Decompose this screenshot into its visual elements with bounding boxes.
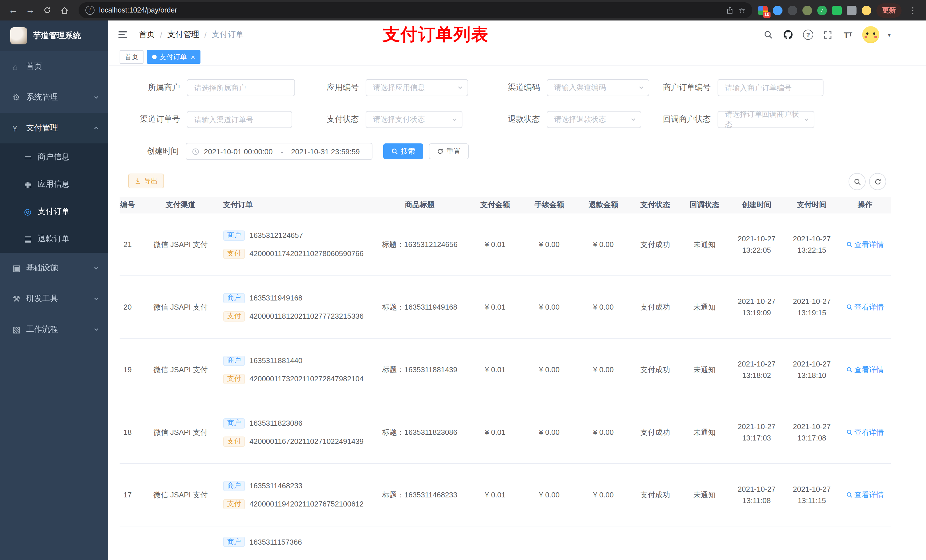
sidebar-item-dev-tools[interactable]: ⚒ 研发工具 (0, 284, 108, 314)
extension-icon-drop[interactable] (773, 5, 782, 15)
cell-create-time: 2021-10-27 13:22:05 (729, 213, 784, 275)
breadcrumb-payment[interactable]: 支付管理 (168, 30, 199, 40)
sidebar-item-workflow[interactable]: ▧ 工作流程 (0, 314, 108, 345)
search-icon[interactable] (763, 29, 774, 41)
browser-profile-avatar[interactable] (862, 5, 872, 15)
refund-status-select[interactable]: 请选择退款状态 (547, 111, 641, 128)
tab-pay-order[interactable]: 支付订单 × (147, 50, 200, 64)
app-logo[interactable]: 芋道管理系统 (0, 21, 108, 51)
sidebar-item-pay-order[interactable]: ◎ 支付订单 (0, 198, 108, 225)
view-detail-link[interactable]: 查看详情 (846, 365, 884, 375)
sidebar-item-infra[interactable]: ▣ 基础设施 (0, 253, 108, 284)
date-start: 2021-10-01 00:00:00 (204, 147, 272, 155)
close-icon[interactable]: × (191, 53, 195, 60)
url-text[interactable]: localhost:1024/pay/order (99, 6, 722, 14)
cell-status: 支付成功 (631, 464, 680, 526)
refresh-button[interactable] (869, 173, 886, 190)
tab-home[interactable]: 首页 (120, 50, 144, 64)
site-info-icon[interactable]: i (85, 6, 95, 15)
cell-create-time: 2021-10-27 13:11:08 (729, 464, 784, 526)
cell-channel: 微信 JSAPI 支付 (144, 401, 218, 463)
fullscreen-icon[interactable] (822, 29, 834, 41)
cell-amount: ¥ 0.01 (468, 213, 522, 275)
pay-status-select[interactable]: 请选择支付状态 (366, 111, 462, 128)
breadcrumb-home[interactable]: 首页 (139, 30, 155, 40)
cell-create-time: 2021-10-27 13:17:03 (729, 401, 784, 463)
browser-chrome: ← → i localhost:1024/pay/order ☆ 10 ✓ (0, 0, 926, 21)
cell-create-time: 2021-10-27 13:18:02 (729, 339, 784, 401)
browser-back-button[interactable]: ← (5, 2, 22, 19)
view-detail-link[interactable]: 查看详情 (846, 239, 884, 249)
sidebar-item-home[interactable]: ⌂ 首页 (0, 51, 108, 82)
browser-menu-icon[interactable]: ⋮ (906, 6, 919, 15)
browser-update-button[interactable]: 更新 (876, 3, 902, 17)
extensions-area: 10 ✓ 更新 ⋮ (758, 3, 921, 17)
sidebar-item-app-info[interactable]: ▦ 应用信息 (0, 171, 108, 198)
sidebar-item-system[interactable]: ⚙ 系统管理 (0, 82, 108, 113)
cell-action: 查看详情 (840, 276, 891, 338)
github-icon[interactable] (782, 29, 794, 41)
merchant-input[interactable] (187, 79, 295, 96)
search-button[interactable]: 搜索 (383, 143, 423, 159)
merchant-tag: 商户 (223, 537, 245, 547)
filter-pay-status: 支付状态 请选择支付状态 (296, 111, 462, 128)
channel-order-no-input[interactable] (187, 111, 292, 128)
table-row: 19 微信 JSAPI 支付 商户 1635311881440 支付 42000… (120, 339, 891, 401)
extension-icon-chat[interactable] (832, 5, 842, 15)
filter-channel-code: 渠道编码 请输入渠道编码 (478, 79, 649, 96)
cell-fee: ¥ 0.00 (522, 339, 576, 401)
browser-forward-button[interactable]: → (22, 2, 39, 19)
browser-home-button[interactable] (56, 2, 73, 19)
channel-code-select[interactable]: 请输入渠道编码 (547, 79, 649, 96)
extension-icon-olive[interactable] (802, 5, 812, 15)
card-icon: ▭ (24, 152, 38, 162)
hamburger-icon[interactable] (108, 21, 135, 49)
merchant-tag: 商户 (223, 355, 245, 366)
cell-action: 查看详情 (840, 213, 891, 275)
extension-icon-dark[interactable] (788, 5, 797, 15)
payment-submenu: ▭ 商户信息 ▦ 应用信息 ◎ 支付订单 ▤ 退款订单 (0, 143, 108, 253)
extension-icon-colorful[interactable]: 10 (758, 5, 768, 15)
date-range-picker[interactable]: 2021-10-01 00:00:00 - 2021-10-31 23:59:5… (186, 143, 372, 160)
cell-notify: 未通知 (680, 464, 729, 526)
caret-down-icon[interactable]: ▾ (888, 32, 891, 38)
export-button[interactable]: 导出 (128, 174, 164, 189)
bookmark-star-icon[interactable]: ☆ (738, 6, 746, 15)
cell-title (371, 527, 468, 560)
channel-pay-no: 4200001173202110272847982104 (250, 374, 364, 383)
cell-pay-order: 商户 1635311949168 支付 42000011812021102777… (218, 276, 371, 338)
help-icon[interactable]: ? (802, 29, 814, 41)
cell-title: 标题：1635311881439 (371, 339, 468, 401)
filter-app-no: 应用编号 请选择应用信息 (296, 79, 468, 96)
cell-id (120, 527, 144, 560)
cell-pay-order: 商户 1635311823086 支付 42000011672021102710… (218, 401, 371, 463)
browser-reload-button[interactable] (39, 2, 56, 19)
clock-icon (192, 148, 199, 155)
view-detail-link[interactable]: 查看详情 (846, 427, 884, 437)
view-detail-link[interactable]: 查看详情 (846, 490, 884, 500)
notify-status-select[interactable]: 请选择订单回调商户状态 (717, 111, 814, 128)
merchant-order-no: 1635311949168 (250, 294, 303, 302)
cell-create-time (729, 527, 784, 560)
extensions-puzzle-icon[interactable] (847, 5, 856, 15)
chevron-down-icon (94, 296, 99, 302)
extension-icon-check[interactable]: ✓ (817, 5, 827, 15)
app-no-select[interactable]: 请选择应用信息 (366, 79, 468, 96)
cell-notify: 未通知 (680, 401, 729, 463)
sidebar-item-refund-order[interactable]: ▤ 退款订单 (0, 225, 108, 253)
user-avatar[interactable] (862, 26, 879, 43)
sidebar-item-merchant-info[interactable]: ▭ 商户信息 (0, 143, 108, 171)
merchant-order-no-input[interactable] (717, 79, 823, 96)
table-row: 18 微信 JSAPI 支付 商户 1635311823086 支付 42000… (120, 401, 891, 464)
share-icon[interactable] (726, 6, 734, 14)
cell-channel: 微信 JSAPI 支付 (144, 339, 218, 401)
font-size-icon[interactable]: TT (842, 29, 854, 41)
view-detail-link[interactable]: 查看详情 (846, 302, 884, 312)
cell-status: 支付成功 (631, 276, 680, 338)
sidebar-item-payment[interactable]: ¥ 支付管理 (0, 113, 108, 143)
cell-refund: ¥ 0.00 (576, 401, 631, 463)
toggle-search-button[interactable] (849, 173, 865, 190)
address-bar[interactable]: i localhost:1024/pay/order ☆ (79, 2, 752, 18)
navbar-actions: ? TT ▾ (763, 26, 926, 43)
reset-button[interactable]: 重置 (429, 143, 469, 159)
